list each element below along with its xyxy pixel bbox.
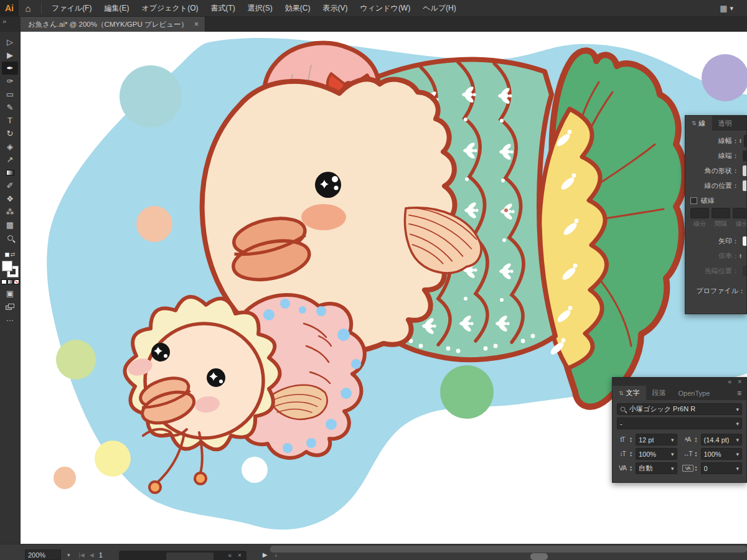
tab-transparency[interactable]: 透明 (712, 116, 738, 131)
prev-artboard-icon[interactable]: ◀ (90, 552, 94, 558)
vertical-scale-field[interactable]: 100% ▾ (636, 448, 677, 460)
kerning-field[interactable]: 自動 ▾ (636, 462, 677, 474)
panel-overflow-icon[interactable]: » (0, 17, 21, 32)
panel-collapse-icon[interactable]: « (728, 378, 732, 385)
menu-help[interactable]: ヘルプ(H) (416, 0, 463, 16)
kerning-stepper[interactable]: ▲▼ (629, 465, 634, 471)
zoom-dropdown-icon[interactable]: ▾ (67, 552, 70, 558)
dashed-line-checkbox[interactable] (690, 197, 697, 204)
arrow-start-dropdown[interactable] (743, 236, 747, 246)
zoom-level-field[interactable]: 200% (25, 549, 61, 560)
workspace-switcher[interactable]: ▦ ▾ (715, 4, 738, 13)
app-logo[interactable]: Ai (0, 0, 19, 17)
menu-file[interactable]: ファイル(F) (45, 0, 98, 16)
tab-opentype[interactable]: OpenType (672, 386, 716, 401)
font-style-field[interactable]: - ▾ (617, 418, 742, 429)
font-size-field[interactable]: 12 pt ▾ (636, 434, 677, 446)
magnifier-icon (7, 235, 13, 241)
horizontal-scale-stepper[interactable]: ▲▼ (695, 451, 700, 457)
paintbrush-tool[interactable]: ✎ (2, 101, 18, 114)
tab-character[interactable]: ⇅ 文字 (613, 386, 646, 401)
swap-fill-stroke[interactable]: ⇄ (5, 250, 16, 259)
pen-tool[interactable]: ✒ (2, 62, 18, 75)
font-family-field[interactable]: 小塚ゴシック Pr6N R ▾ (617, 403, 742, 415)
curvature-tool[interactable]: ✑ (2, 75, 18, 88)
artboard-tool[interactable]: ▦ (2, 218, 18, 231)
arrow-tip-icon[interactable]: ⇥ (743, 266, 747, 276)
rectangle-tool[interactable]: ▭ (2, 88, 18, 101)
menu-window[interactable]: ウィンドウ(W) (354, 0, 416, 16)
tracking-field[interactable]: 0 ▾ (701, 462, 743, 474)
menu-object[interactable]: オブジェクト(O) (135, 0, 204, 16)
menu-edit[interactable]: 編集(E) (98, 0, 135, 16)
menu-type[interactable]: 書式(T) (204, 0, 241, 16)
selection-tool[interactable]: ▷ (2, 35, 18, 49)
leading-stepper[interactable]: ▲▼ (695, 437, 700, 442)
fill-stroke-wells[interactable] (2, 261, 18, 277)
vertical-scale-stepper[interactable]: ▲▼ (629, 451, 634, 457)
color-button[interactable] (1, 279, 7, 284)
big-fish-eye (315, 172, 341, 198)
corner-miter-icon[interactable]: Γ (743, 166, 747, 176)
eraser-tool[interactable]: ◈ (2, 140, 18, 153)
none-button[interactable] (14, 279, 19, 284)
artboard-number[interactable]: 1 (99, 551, 103, 559)
font-family-dropdown-icon[interactable]: ▾ (733, 406, 739, 413)
dash-label: 線分 (690, 220, 709, 228)
decor-circle-small-peach (54, 467, 76, 489)
font-style-dropdown-icon[interactable]: ▾ (733, 421, 739, 427)
blend-tool[interactable]: ❖ (2, 192, 18, 205)
leading-field[interactable]: (14.4 pt) ▾ (701, 434, 743, 446)
tab-stroke[interactable]: ⇅ 線 (685, 116, 712, 131)
decor-circle-green (440, 365, 494, 419)
docked-panel-bar[interactable]: « × (119, 551, 247, 560)
dock-close-icon[interactable]: × (238, 552, 242, 559)
menu-effect[interactable]: 効果(C) (279, 0, 317, 16)
dash-field-2[interactable] (733, 208, 747, 218)
gradient-tool[interactable] (2, 166, 18, 179)
dash-field-1[interactable] (690, 208, 709, 218)
arrow-scale-stepper[interactable]: ▲▼ (739, 253, 744, 259)
cap-butt-icon[interactable]: ▮ (743, 151, 747, 161)
direct-selection-tool[interactable]: ▶ (2, 49, 18, 62)
decor-circle-yellow-green (56, 340, 96, 380)
decor-circle-pale-yellow (95, 441, 131, 477)
edit-toolbar-button[interactable]: ⋯ (6, 316, 14, 325)
arrow-scale-label: 倍率： (685, 251, 739, 261)
drawing-mode-button[interactable]: ▣ (2, 287, 18, 300)
leading-icon: ᴬA (682, 436, 693, 443)
align-stroke-icon[interactable]: L (743, 180, 747, 191)
home-icon[interactable]: ⌂ (19, 0, 37, 17)
gradient-button[interactable] (7, 279, 13, 284)
decor-circle-white (242, 457, 268, 483)
eyedropper-tool[interactable]: ✐ (2, 179, 18, 192)
panel-menu-icon[interactable]: ≡ (737, 389, 746, 398)
dock-collapse-icon[interactable]: « (228, 552, 232, 559)
stroke-weight-stepper[interactable]: ▲▼ (739, 138, 744, 144)
first-artboard-icon[interactable]: |◀ (79, 552, 85, 558)
document-tab[interactable]: お魚さん.ai* @ 200%（CMYK/GPU プレビュー） × (21, 17, 205, 32)
type-tool[interactable]: T (2, 114, 18, 127)
font-size-icon: tT (617, 436, 628, 443)
tools-panel: ▷ ▶ ✒ ✑ ▭ ✎ T ↻ ◈ ↗ ✐ ❖ ⁂ ▦ ⇄ ▣ ⋯ (0, 32, 21, 544)
scale-tool[interactable]: ↗ (2, 153, 18, 166)
zoom-tool[interactable] (2, 231, 18, 245)
screen-mode-button[interactable] (6, 304, 14, 310)
horizontal-scrollbar[interactable] (270, 546, 747, 553)
arrow-label: 矢印： (685, 236, 739, 246)
rotate-tool[interactable]: ↻ (2, 127, 18, 140)
fill-color-well[interactable] (2, 261, 12, 271)
horizontal-scale-field[interactable]: 100% ▾ (701, 448, 743, 460)
font-size-stepper[interactable]: ▲▼ (629, 437, 634, 442)
stroke-weight-field[interactable] (744, 135, 747, 147)
tab-paragraph[interactable]: 段落 (646, 386, 672, 401)
tab-close-icon[interactable]: × (194, 20, 199, 29)
tracking-stepper[interactable]: ▲▼ (695, 465, 700, 471)
menu-view[interactable]: 表示(V) (316, 0, 354, 16)
menu-select[interactable]: 選択(S) (242, 0, 279, 16)
symbol-sprayer-tool[interactable]: ⁂ (2, 205, 18, 218)
panel-close-icon[interactable]: × (738, 378, 741, 385)
next-artboard-icon[interactable]: ▶ (263, 551, 268, 558)
scrollbar-thumb[interactable] (530, 553, 548, 560)
gap-field-1[interactable] (712, 208, 730, 218)
